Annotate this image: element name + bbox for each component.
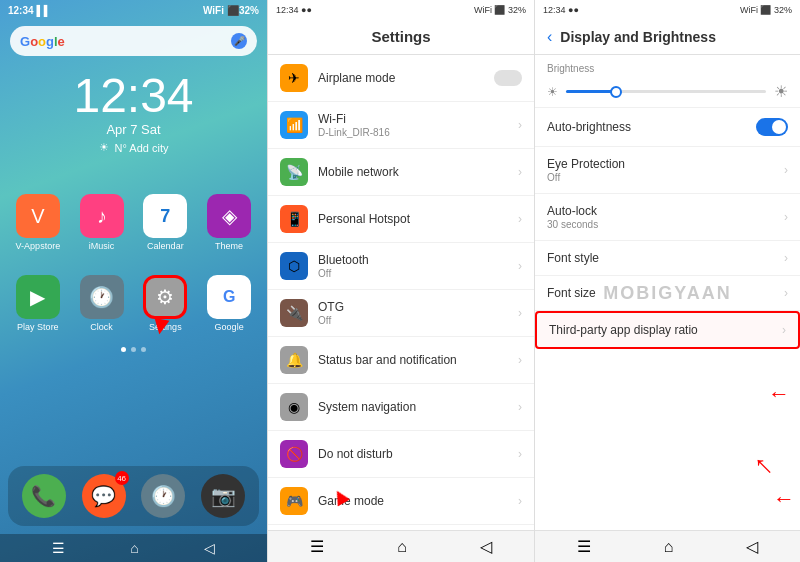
settings-item-otg[interactable]: 🔌 OTG Off › bbox=[268, 290, 534, 337]
home-time: 12:34 bbox=[8, 5, 34, 16]
display-menu-btn[interactable]: ☰ bbox=[577, 537, 591, 556]
otg-name: OTG bbox=[318, 300, 518, 314]
display-item-eye-protection[interactable]: Eye Protection Off › bbox=[535, 147, 800, 194]
airplane-toggle[interactable] bbox=[494, 70, 522, 86]
settings-item-mobile-network[interactable]: 📡 Mobile network › bbox=[268, 149, 534, 196]
clock-date: Apr 7 Sat bbox=[0, 122, 267, 137]
calendar-label: Calendar bbox=[147, 241, 184, 251]
display-home-btn[interactable]: ⌂ bbox=[664, 538, 674, 556]
dnd-icon: 🚫 bbox=[280, 440, 308, 468]
app-v-appstore[interactable]: V V-Appstore bbox=[10, 194, 66, 251]
page-dots bbox=[0, 347, 267, 352]
display-item-font-style[interactable]: Font style › bbox=[535, 241, 800, 276]
display-header: ‹ Display and Brightness bbox=[535, 20, 800, 55]
app-settings[interactable]: ⚙ Settings bbox=[138, 275, 194, 332]
settings-item-statusbar[interactable]: 🔔 Status bar and notification › bbox=[268, 337, 534, 384]
settings-header: Settings bbox=[268, 20, 534, 55]
otg-sub: Off bbox=[318, 315, 518, 326]
statusbar-icon: 🔔 bbox=[280, 346, 308, 374]
hotspot-arrow: › bbox=[518, 212, 522, 226]
wifi-name: Wi-Fi bbox=[318, 112, 518, 126]
home-screen: 12:34 ▌▌ WiFi ⬛32% Google 🎤 12:34 Apr 7 … bbox=[0, 0, 267, 562]
brightness-row: ☀ ☀ bbox=[535, 76, 800, 108]
settings-icon[interactable]: ⚙ bbox=[143, 275, 187, 319]
play-store-icon[interactable]: ▶ bbox=[16, 275, 60, 319]
dnd-arrow: › bbox=[518, 447, 522, 461]
wifi-icon: WiFi bbox=[203, 5, 224, 16]
settings-item-motomode[interactable]: 🏍 Motorbike Mode › bbox=[268, 525, 534, 530]
settings-item-dnd[interactable]: 🚫 Do not disturb › bbox=[268, 431, 534, 478]
auto-lock-arrow: › bbox=[784, 210, 788, 224]
app-imusic[interactable]: ♪ iMusic bbox=[74, 194, 130, 251]
theme-icon[interactable]: ◈ bbox=[207, 194, 251, 238]
auto-lock-name: Auto-lock bbox=[547, 204, 784, 218]
settings-item-airplane[interactable]: ✈ Airplane mode bbox=[268, 55, 534, 102]
gamemode-name: Game mode bbox=[318, 494, 518, 508]
brightness-label: Brightness bbox=[535, 55, 800, 76]
clock-label: Clock bbox=[90, 322, 113, 332]
calendar-icon[interactable]: 7 bbox=[143, 194, 187, 238]
clock-widget: 12:34 Apr 7 Sat ☀ N° Add city bbox=[0, 72, 267, 154]
brightness-high-icon: ☀ bbox=[774, 82, 788, 101]
home-status-bar: 12:34 ▌▌ WiFi ⬛32% bbox=[0, 0, 267, 20]
app-calendar[interactable]: 7 Calendar bbox=[138, 194, 194, 251]
camera-icon[interactable]: 📷 bbox=[201, 474, 245, 518]
brightness-slider[interactable] bbox=[566, 90, 766, 93]
third-party-name: Third-party app display ratio bbox=[549, 323, 782, 337]
settings-item-bluetooth[interactable]: ⬡ Bluetooth Off › bbox=[268, 243, 534, 290]
dock-camera[interactable]: 📷 bbox=[197, 474, 249, 518]
hotspot-icon: 📱 bbox=[280, 205, 308, 233]
dock-clock[interactable]: 🕐 bbox=[138, 474, 190, 518]
app-theme[interactable]: ◈ Theme bbox=[201, 194, 257, 251]
display-back-nav-btn[interactable]: ◁ bbox=[746, 537, 758, 556]
display-item-font-size[interactable]: Font size › bbox=[535, 276, 800, 311]
display-item-auto-lock[interactable]: Auto-lock 30 seconds › bbox=[535, 194, 800, 241]
imusic-icon[interactable]: ♪ bbox=[80, 194, 124, 238]
mic-icon[interactable]: 🎤 bbox=[231, 33, 247, 49]
dock-phone[interactable]: 📞 bbox=[18, 474, 70, 518]
settings-menu-btn[interactable]: ☰ bbox=[310, 537, 324, 556]
google-icon[interactable]: G bbox=[207, 275, 251, 319]
settings-item-navigation[interactable]: ◉ System navigation › bbox=[268, 384, 534, 431]
menu-btn[interactable]: ☰ bbox=[52, 540, 65, 556]
mobile-network-name: Mobile network bbox=[318, 165, 518, 179]
app-google[interactable]: G Google bbox=[201, 275, 257, 332]
gamemode-icon: 🎮 bbox=[280, 487, 308, 515]
font-style-arrow: › bbox=[784, 251, 788, 265]
bluetooth-arrow: › bbox=[518, 259, 522, 273]
display-back-button[interactable]: ‹ bbox=[547, 28, 552, 46]
navigation-icon: ◉ bbox=[280, 393, 308, 421]
app-grid-row2: ▶ Play Store 🕐 Clock ⚙ Settings G bbox=[0, 265, 267, 342]
settings-back-btn[interactable]: ◁ bbox=[480, 537, 492, 556]
display-nav-bar: ☰ ⌂ ◁ bbox=[535, 530, 800, 562]
status-right: WiFi ⬛32% bbox=[203, 5, 259, 16]
settings-home-btn[interactable]: ⌂ bbox=[397, 538, 407, 556]
eye-protection-name: Eye Protection bbox=[547, 157, 784, 171]
settings-item-gamemode[interactable]: 🎮 Game mode › bbox=[268, 478, 534, 525]
play-store-label: Play Store bbox=[17, 322, 59, 332]
bluetooth-icon: ⬡ bbox=[280, 252, 308, 280]
dock-messages[interactable]: 💬 46 bbox=[78, 474, 130, 518]
weather-icon: ☀ bbox=[99, 141, 109, 154]
display-time: 12:34 ●● bbox=[543, 5, 579, 15]
clock-time: 12:34 bbox=[0, 72, 267, 120]
display-item-third-party[interactable]: Third-party app display ratio › bbox=[535, 311, 800, 349]
app-clock[interactable]: 🕐 Clock bbox=[74, 275, 130, 332]
dock-clock-icon[interactable]: 🕐 bbox=[141, 474, 185, 518]
auto-brightness-toggle[interactable] bbox=[756, 118, 788, 136]
back-btn[interactable]: ◁ bbox=[204, 540, 215, 556]
app-play-store[interactable]: ▶ Play Store bbox=[10, 275, 66, 332]
display-screen: 12:34 ●● WiFi ⬛ 32% ‹ Display and Bright… bbox=[534, 0, 800, 562]
v-appstore-icon[interactable]: V bbox=[16, 194, 60, 238]
settings-item-wifi[interactable]: 📶 Wi-Fi D-Link_DIR-816 › bbox=[268, 102, 534, 149]
brightness-fill bbox=[566, 90, 616, 93]
clock-icon[interactable]: 🕐 bbox=[80, 275, 124, 319]
phone-icon[interactable]: 📞 bbox=[22, 474, 66, 518]
settings-item-hotspot[interactable]: 📱 Personal Hotspot › bbox=[268, 196, 534, 243]
display-item-auto-brightness[interactable]: Auto-brightness bbox=[535, 108, 800, 147]
home-btn[interactable]: ⌂ bbox=[130, 540, 138, 556]
brightness-low-icon: ☀ bbox=[547, 85, 558, 99]
font-style-name: Font style bbox=[547, 251, 784, 265]
messages-icon[interactable]: 💬 46 bbox=[82, 474, 126, 518]
google-search-bar[interactable]: Google 🎤 bbox=[10, 26, 257, 56]
